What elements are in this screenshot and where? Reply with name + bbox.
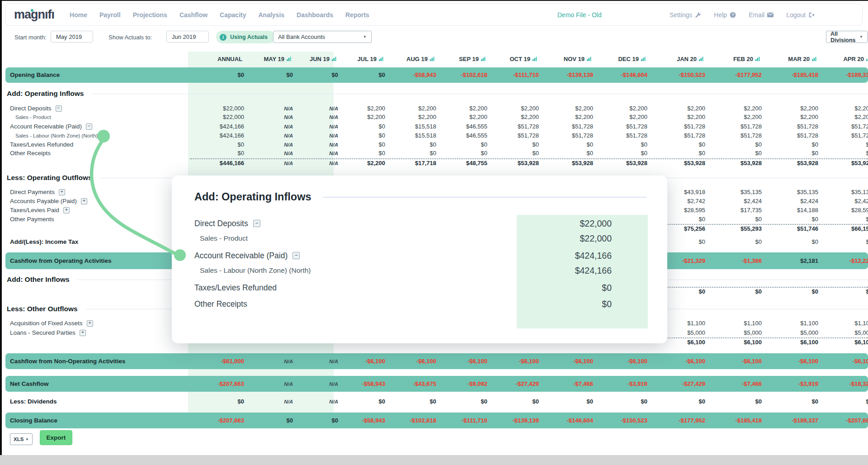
- start-month-input[interactable]: May 2019: [51, 31, 93, 43]
- nav-item-cashflow[interactable]: Cashflow: [179, 11, 208, 19]
- mini-chart-icon[interactable]: [587, 57, 591, 61]
- column-header-nov-19[interactable]: NOV 19: [541, 55, 591, 63]
- expand-icon-minus[interactable]: −: [292, 252, 300, 259]
- expand-icon-plus[interactable]: +: [81, 198, 87, 204]
- table-cell: $0: [711, 238, 762, 246]
- table-cell: $0: [288, 417, 338, 425]
- brand-logo[interactable]: magnıfı: [14, 8, 54, 22]
- table-cell: $5,000: [711, 329, 762, 337]
- column-header-annual[interactable]: ANNUAL: [192, 55, 242, 63]
- mini-chart-icon[interactable]: [755, 57, 760, 61]
- column-header-may-19[interactable]: MAY 19: [241, 55, 291, 63]
- column-header-dec-19[interactable]: DEC 19: [595, 55, 646, 63]
- row-label: Net Cashflow: [10, 380, 49, 388]
- column-header-oct-19[interactable]: OCT 19: [486, 55, 537, 63]
- row-label-direct-deposits[interactable]: Direct Deposits−: [10, 104, 62, 113]
- nav-link-logout[interactable]: Logout: [786, 11, 815, 19]
- column-header-jul-19[interactable]: JUL 19: [333, 55, 383, 63]
- expand-icon-plus[interactable]: +: [63, 207, 70, 214]
- column-header-sep-19[interactable]: SEP 19: [435, 55, 486, 63]
- table-cell: $2,424: [711, 197, 762, 205]
- mini-chart-icon[interactable]: [812, 57, 816, 61]
- mini-chart-icon[interactable]: [699, 57, 703, 61]
- table-cell: -$43,675: [386, 380, 436, 388]
- table-cell: $53,928: [711, 159, 762, 167]
- row-label-taxes-levies-refunded[interactable]: Taxes/Levies Refunded: [10, 141, 73, 149]
- table-cell: $0: [768, 141, 818, 149]
- row-label-acquisition-fixed-assets[interactable]: Acquisition of Fixed Assets+: [10, 319, 93, 327]
- table-cell: $22,000: [193, 104, 244, 113]
- popup-row-label[interactable]: Taxes/Levies Refunded: [194, 283, 277, 293]
- nav-item-dashboards[interactable]: Dashboards: [297, 11, 333, 19]
- row-label-text: Other Receipts: [10, 149, 51, 157]
- nav-link-email[interactable]: Email: [749, 11, 774, 19]
- show-actuals-label: Show Actuals to:: [108, 34, 152, 41]
- mini-chart-icon[interactable]: [866, 57, 868, 61]
- table-cell: -$61,000: [193, 357, 244, 365]
- row-label-other-receipts[interactable]: Other Receipts: [10, 149, 51, 157]
- expand-icon-minus[interactable]: −: [56, 105, 62, 112]
- nav-item-payroll[interactable]: Payroll: [99, 11, 121, 19]
- popup-row-label[interactable]: Other Receipts: [194, 299, 247, 309]
- table-cell: $0: [822, 398, 868, 406]
- row-label-direct-payments[interactable]: Direct Payments+: [10, 188, 65, 196]
- expand-icon-plus[interactable]: +: [87, 320, 93, 327]
- export-format-select[interactable]: XLS ▼: [10, 433, 33, 445]
- column-header-jan-20[interactable]: JAN 20: [653, 55, 703, 63]
- table-cell: $5,000: [822, 329, 868, 337]
- row-label-accounts-payable-paid[interactable]: Accounts Payable (Paid)+: [10, 197, 87, 205]
- table-cell: $2,200: [822, 104, 868, 113]
- table-cell: $53,928: [655, 159, 705, 167]
- table-cell: $46,555: [437, 123, 487, 131]
- mini-chart-icon[interactable]: [430, 57, 434, 61]
- popup-row-label[interactable]: Direct Deposits−: [194, 218, 260, 228]
- nav-item-capacity[interactable]: Capacity: [220, 11, 246, 19]
- column-header-mar-20[interactable]: MAR 20: [766, 55, 816, 63]
- popup-row-label[interactable]: Sales - Product: [200, 233, 248, 243]
- table-cell: $2,200: [437, 113, 487, 121]
- table-cell: $1,100: [768, 319, 818, 327]
- table-cell: $51,728: [822, 123, 868, 131]
- nav-link-help[interactable]: Help?: [714, 11, 736, 19]
- nav-item-analysis[interactable]: Analysis: [258, 11, 284, 19]
- expand-icon-minus[interactable]: −: [253, 220, 260, 227]
- row-label-less-dividends[interactable]: Less: Dividends: [10, 398, 57, 406]
- table-cell: N/A: [288, 357, 338, 365]
- expand-icon-plus[interactable]: +: [59, 189, 65, 195]
- expand-icon-plus[interactable]: +: [80, 330, 86, 336]
- nav-item-reports[interactable]: Reports: [345, 11, 369, 19]
- table-cell: -$12,226: [822, 257, 868, 265]
- nav-item-home[interactable]: Home: [70, 11, 87, 19]
- row-label-other-payments[interactable]: Other Payments: [10, 215, 54, 223]
- column-header-aug-19[interactable]: AUG 19: [384, 55, 434, 63]
- expand-icon-minus[interactable]: −: [86, 123, 92, 130]
- column-header-apr-20[interactable]: APR 20: [820, 55, 868, 63]
- popup-row-label[interactable]: Sales - Labour (North Zone) (North): [200, 266, 311, 275]
- row-label-taxes-levies-paid[interactable]: Taxes/Levies Paid+: [10, 206, 70, 214]
- row-label-income-tax[interactable]: Add/(Less): Income Tax: [10, 238, 78, 246]
- row-label-account-receivable-paid[interactable]: Account Receivable (Paid)−: [10, 123, 92, 131]
- file-name[interactable]: Demo File - Old: [557, 11, 602, 19]
- divisions-select[interactable]: All Divisions ▼: [826, 31, 868, 43]
- bank-accounts-select[interactable]: All Bank Accounts ▼: [273, 31, 372, 43]
- column-header-jun-19[interactable]: JUN 19: [286, 55, 336, 63]
- row-label-text: Other Payments: [10, 215, 54, 223]
- mini-chart-icon[interactable]: [641, 57, 646, 61]
- show-actuals-input[interactable]: Jun 2019: [166, 31, 209, 43]
- column-header-feb-20[interactable]: FEB 20: [709, 55, 760, 63]
- table-cell: $0: [711, 141, 762, 149]
- chevron-down-icon: ▼: [25, 437, 29, 441]
- nav-link-settings[interactable]: Settings: [670, 11, 702, 19]
- nav-item-projections[interactable]: Projections: [133, 11, 167, 19]
- export-button[interactable]: Export: [40, 430, 72, 445]
- row-label-loans-secured-parties[interactable]: Loans - Secured Parties+: [10, 329, 86, 337]
- mini-chart-icon[interactable]: [379, 57, 383, 61]
- table-cell: $0: [711, 149, 762, 157]
- popup-row-label[interactable]: Account Receivable (Paid)−: [194, 251, 300, 261]
- mini-chart-icon[interactable]: [533, 57, 537, 61]
- window-left-edge: [0, 0, 2, 455]
- table-cell: $2,200: [597, 113, 647, 121]
- mini-chart-icon[interactable]: [481, 57, 486, 61]
- toolbar: Start month: May 2019 Show Actuals to: J…: [0, 27, 868, 49]
- help-icon: ?: [730, 12, 736, 18]
